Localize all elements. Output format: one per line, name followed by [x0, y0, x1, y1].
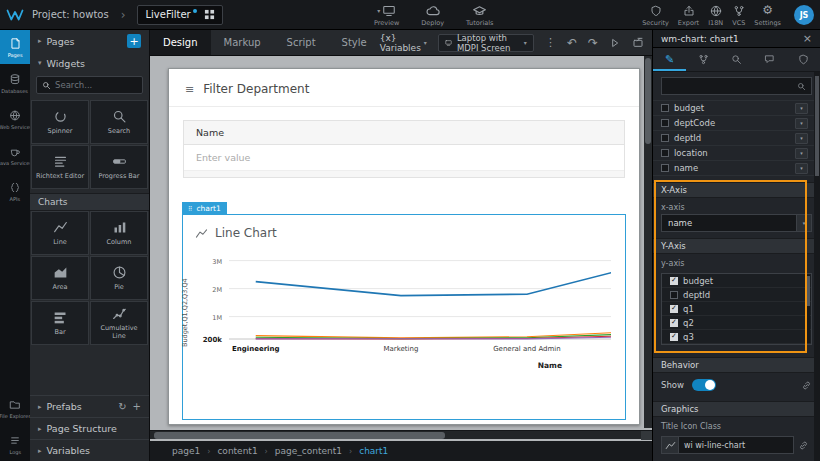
breadcrumb-item-page-content1[interactable]: page_content1 — [275, 446, 342, 456]
canvas-page[interactable]: ≡ Filter Department Name ⠿ chart1 — [168, 68, 640, 425]
undo-icon[interactable]: ↶ — [567, 37, 577, 49]
y-axis-scroll-thumb[interactable] — [806, 276, 810, 306]
preview-button[interactable]: ▾ Preview — [374, 4, 399, 27]
canvas-vertical-scrollbar[interactable] — [644, 56, 652, 428]
panel-scroll-thumb[interactable] — [815, 76, 819, 176]
variables-dropdown[interactable]: {x} Variables ▾ — [380, 33, 427, 53]
tab-design[interactable]: Design — [150, 30, 211, 55]
export-button[interactable]: Export — [678, 4, 699, 27]
breadcrumb-item-page1[interactable]: page1 — [172, 446, 200, 456]
open-preview-icon[interactable] — [632, 37, 644, 49]
tab-markup[interactable]: Markup — [211, 30, 274, 55]
y-axis-option-q1[interactable]: ✓ q1 — [662, 302, 811, 316]
bind-property-icon[interactable] — [794, 436, 812, 454]
rail-item-databases[interactable]: Databases — [0, 66, 30, 100]
widgets-section-header[interactable]: ▾ Widgets — [30, 52, 149, 74]
x-axis-select[interactable]: name ▾ — [661, 214, 812, 232]
rail-item-file-explorer[interactable]: File Explorer — [0, 391, 30, 425]
rail-item-logs[interactable]: Logs — [0, 427, 30, 461]
checkbox[interactable]: ✓ — [661, 164, 669, 172]
run-icon[interactable] — [609, 37, 621, 49]
chevron-down-icon[interactable]: ▾ — [795, 103, 808, 114]
canvas-horizontal-scrollbar[interactable] — [150, 430, 652, 439]
variables-section-header[interactable]: ▸ Variables — [30, 439, 149, 461]
prefabs-section-header[interactable]: ▸ Prefabs ↻ + — [30, 395, 149, 417]
panel-tab-chat[interactable] — [753, 48, 786, 71]
y-axis-option-q2[interactable]: ✓ q2 — [662, 316, 811, 330]
y-axis-list-scrollbar[interactable] — [806, 275, 810, 343]
properties-search-input[interactable] — [667, 81, 793, 91]
add-prefab-icon[interactable]: + — [133, 401, 141, 412]
security-button[interactable]: Security — [642, 4, 669, 27]
y-axis-option-deptid[interactable]: ✓ deptId — [662, 288, 811, 302]
panel-tab-search[interactable] — [720, 48, 753, 71]
user-avatar[interactable]: JS — [794, 5, 814, 25]
tab-style[interactable]: Style — [329, 30, 380, 55]
y-axis-option-budget[interactable]: ✓ budget — [662, 274, 811, 288]
project-name[interactable]: Project: howtos — [32, 9, 109, 20]
checkbox[interactable]: ✓ — [670, 277, 678, 285]
breadcrumb-item-chart1[interactable]: chart1 — [359, 446, 388, 456]
page-structure-section-header[interactable]: ▸ Page Structure — [30, 417, 149, 439]
wavemaker-logo-icon[interactable] — [0, 0, 30, 30]
redo-icon[interactable]: ↷ — [588, 37, 598, 49]
panel-tab-pencil[interactable]: ✎ — [653, 48, 686, 71]
y-axis-option-q3[interactable]: ✓ q3 — [662, 330, 811, 344]
widget-tile-area[interactable]: Area — [31, 256, 89, 300]
show-toggle[interactable] — [692, 379, 716, 391]
checkbox[interactable]: ✓ — [670, 305, 678, 313]
chevron-down-icon[interactable]: ▾ — [795, 163, 808, 174]
widget-tile-line[interactable]: Line — [31, 211, 89, 255]
rail-item-web-services[interactable]: Web Services — [0, 102, 30, 136]
field-value-input[interactable] — [184, 145, 624, 171]
bind-property-icon[interactable] — [801, 380, 812, 391]
selected-chart-widget[interactable]: ⠿ chart1 Line Chart Budget,Q1,Q2,Q3,Q4 3… — [182, 214, 626, 420]
chevron-down-icon[interactable]: ▾ — [377, 7, 380, 14]
panel-scrollbar[interactable] — [814, 72, 820, 461]
settings-button[interactable]: ⚙ Settings — [754, 4, 781, 27]
chevron-down-icon[interactable]: ▾ — [795, 148, 808, 159]
widget-tile-pie[interactable]: Pie — [90, 256, 148, 300]
close-icon[interactable]: × — [803, 32, 812, 45]
charts-section-header[interactable]: Charts — [30, 193, 149, 211]
title-icon-class-value[interactable]: wi wi-line-chart — [679, 436, 794, 454]
horizontal-scroll-thumb[interactable] — [154, 432, 445, 439]
pages-section-header[interactable]: ▸ Pages + — [30, 30, 149, 52]
checkbox[interactable]: ✓ — [670, 333, 678, 341]
widget-tile-search[interactable]: Search — [90, 100, 148, 144]
field-row-budget[interactable]: ✓ budget ▾ — [653, 101, 820, 116]
rail-item-pages[interactable]: Pages — [0, 30, 30, 64]
checkbox[interactable]: ✓ — [670, 319, 678, 327]
rail-item-java-services[interactable]: Java Services — [0, 138, 30, 172]
checkbox[interactable]: ✓ — [670, 291, 678, 299]
widget-tile-cumulative-line[interactable]: Cumulative Line — [90, 301, 148, 345]
more-options-icon[interactable]: ⋮ — [545, 36, 556, 49]
widget-selection-tag[interactable]: ⠿ chart1 — [182, 202, 227, 215]
checkbox[interactable]: ✓ — [661, 134, 669, 142]
widget-tile-bar[interactable]: Bar — [31, 301, 89, 345]
panel-tab-branch[interactable] — [686, 48, 719, 71]
vcs-button[interactable]: VCS — [732, 4, 745, 27]
device-selector[interactable]: Laptop with MDPI Screen ▾ — [438, 34, 534, 52]
field-row-location[interactable]: ✓ location ▾ — [653, 146, 820, 161]
checkbox[interactable]: ✓ — [661, 104, 669, 112]
widget-tile-column[interactable]: Column — [90, 211, 148, 255]
widget-search-input[interactable] — [55, 80, 137, 90]
app-switcher[interactable]: LiveFilter — [137, 5, 222, 25]
breadcrumb-item-content1[interactable]: content1 — [217, 446, 257, 456]
field-row-name[interactable]: ✓ name ▾ — [653, 161, 820, 176]
vertical-scroll-thumb[interactable] — [645, 58, 651, 144]
rail-item-apis[interactable]: APIs — [0, 174, 30, 208]
widget-tile-progress-bar[interactable]: Progress Bar — [90, 145, 148, 189]
chevron-down-icon[interactable]: ▾ — [795, 118, 808, 129]
widget-tile-richtext-editor[interactable]: Richtext Editor — [31, 145, 89, 189]
panel-tab-shield[interactable] — [787, 48, 820, 71]
chevron-down-icon[interactable]: ▾ — [795, 133, 808, 144]
tab-script[interactable]: Script — [274, 30, 329, 55]
drag-handle-icon[interactable]: ⠿ — [188, 206, 192, 212]
checkbox[interactable]: ✓ — [661, 119, 669, 127]
i18n-button[interactable]: I18N — [708, 4, 723, 27]
add-page-button[interactable]: + — [127, 34, 141, 48]
field-row-deptcode[interactable]: ✓ deptCode ▾ — [653, 116, 820, 131]
refresh-icon[interactable]: ↻ — [118, 401, 126, 412]
